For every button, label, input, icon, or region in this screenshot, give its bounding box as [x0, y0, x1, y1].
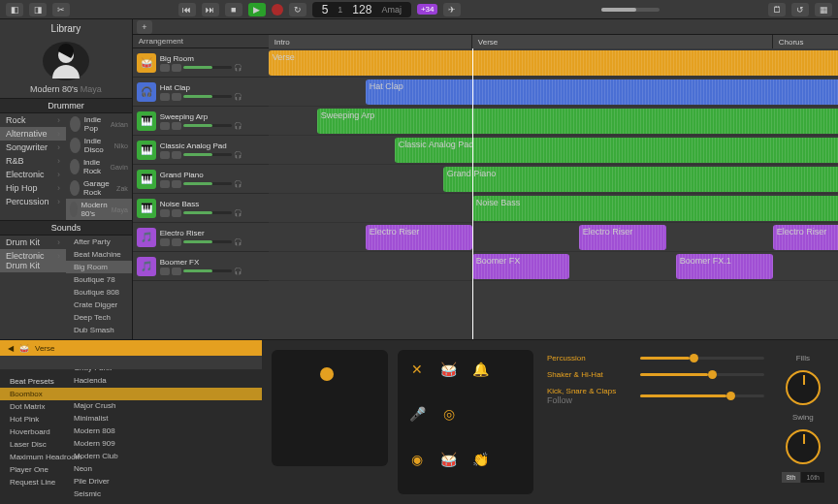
kit-cowbell-icon[interactable]: 🔔	[468, 358, 492, 381]
forward-icon[interactable]: ⏭	[202, 3, 219, 16]
sound-item[interactable]: Beat Machine	[66, 248, 132, 261]
track-header[interactable]: 🎵Electro Riser🎧	[133, 223, 269, 252]
track-header[interactable]: 🎹Classic Analog Pad🎧	[133, 136, 269, 165]
mute-button[interactable]	[160, 209, 170, 217]
genre-item[interactable]: R&B›	[0, 154, 66, 168]
tuner-icon[interactable]: ✈	[443, 3, 461, 16]
sound-item[interactable]: Deep Tech	[66, 311, 132, 324]
drummer-item[interactable]: Modern 80'sMaya	[66, 199, 132, 220]
region-clip[interactable]: Boomer FX.1	[676, 254, 773, 279]
track-header[interactable]: 🎹Grand Piano🎧	[133, 165, 269, 194]
kit-stick-icon[interactable]: ✕	[405, 358, 429, 381]
mute-button[interactable]	[160, 180, 170, 188]
play-icon[interactable]: ▶	[248, 3, 266, 16]
solo-button[interactable]	[172, 93, 181, 101]
solo-button[interactable]	[172, 64, 181, 72]
notepad-icon[interactable]: 🗒	[768, 3, 786, 16]
mixer-slider[interactable]	[640, 357, 764, 360]
headphone-icon[interactable]: 🎧	[234, 93, 242, 101]
track-header[interactable]: 🎧Hat Clap🎧	[133, 78, 269, 107]
sound-item[interactable]: Dub Smash	[66, 324, 132, 336]
count-in-badge[interactable]: +34	[417, 4, 438, 15]
headphone-icon[interactable]: 🎧	[234, 180, 242, 188]
library-toggle-icon[interactable]: ◧	[6, 3, 23, 16]
arrangement-marker[interactable]: Chorus	[773, 35, 838, 48]
stop-icon[interactable]: ■	[225, 3, 242, 16]
track-lane[interactable]: Verse	[269, 48, 838, 78]
track-volume-slider[interactable]	[183, 211, 232, 214]
loops-icon[interactable]: ↺	[791, 3, 809, 16]
region-clip[interactable]: Boomer FX	[472, 254, 569, 279]
solo-button[interactable]	[172, 209, 181, 217]
region-clip[interactable]: Verse	[269, 50, 838, 76]
headphone-icon[interactable]: 🎧	[234, 268, 242, 275]
track-volume-slider[interactable]	[183, 269, 232, 272]
arrangement-marker[interactable]: Intro	[269, 35, 472, 48]
mute-button[interactable]	[160, 238, 170, 246]
track-header[interactable]: 🎵Boomer FX🎧	[133, 252, 269, 281]
track-volume-slider[interactable]	[183, 95, 232, 98]
xy-pad[interactable]	[272, 350, 388, 466]
beat-preset-item[interactable]: Hoverboard	[0, 425, 262, 438]
mixer-slider[interactable]	[640, 373, 764, 376]
kit-tom-icon[interactable]: 🥁	[437, 358, 461, 381]
beat-preset-item[interactable]: Maximum Headroom	[0, 451, 262, 463]
genre-item[interactable]: Songwriter›	[0, 141, 66, 154]
track-volume-slider[interactable]	[183, 153, 232, 156]
region-clip[interactable]: Electro Riser	[366, 225, 472, 250]
region-clip[interactable]: Hat Clap	[366, 79, 838, 105]
region-clip[interactable]: Electro Riser	[579, 225, 666, 250]
track-lane[interactable]: Electro RiserElectro RiserElectro Riser	[269, 223, 838, 252]
genre-item[interactable]: Alternative›	[0, 127, 66, 141]
beat-preset-item[interactable]: Hot Pink	[0, 413, 262, 425]
track-header[interactable]: 🥁Big Room🎧	[133, 48, 269, 78]
kit-tamb-icon[interactable]: ◎	[437, 402, 461, 425]
swing-knob[interactable]	[786, 429, 821, 464]
rewind-icon[interactable]: ⏮	[178, 3, 196, 16]
genre-item[interactable]: Rock›	[0, 113, 66, 127]
kit-shaker-icon[interactable]: 🎤	[405, 402, 429, 425]
track-lane[interactable]: Boomer FXBoomer FX.1Boomer FX	[269, 252, 838, 281]
smart-controls-icon[interactable]: ◨	[29, 3, 47, 16]
genre-item[interactable]: Hip Hop›	[0, 181, 66, 195]
editor-toggle-icon[interactable]: ✂	[52, 3, 70, 16]
sound-item[interactable]: Big Room	[66, 261, 132, 273]
playhead[interactable]	[472, 48, 473, 339]
kit-snare-icon[interactable]: 🥁	[437, 448, 461, 471]
headphone-icon[interactable]: 🎧	[234, 238, 242, 246]
solo-button[interactable]	[172, 122, 181, 130]
headphone-icon[interactable]: 🎧	[234, 64, 242, 72]
region-clip[interactable]: Electro Riser	[773, 225, 838, 250]
kit-category-item[interactable]: Electronic Drum Kit›	[0, 249, 66, 272]
solo-button[interactable]	[172, 238, 181, 246]
track-header[interactable]: 🎹Noise Bass🎧	[133, 194, 269, 223]
arrangement-marker[interactable]: Verse	[472, 35, 773, 48]
drummer-item[interactable]: Indie DiscoNiko	[66, 135, 132, 156]
cycle-icon[interactable]: ↻	[289, 3, 306, 16]
track-volume-slider[interactable]	[183, 124, 232, 127]
lcd-display[interactable]: 5 1 128 Amaj	[312, 2, 411, 17]
record-icon[interactable]	[272, 4, 283, 16]
headphone-icon[interactable]: 🎧	[234, 209, 242, 217]
region-clip[interactable]: Noise Bass	[472, 196, 838, 221]
track-lane[interactable]: Grand Piano	[269, 165, 838, 194]
track-volume-slider[interactable]	[183, 182, 232, 185]
sound-item[interactable]: Crate Digger	[66, 299, 132, 311]
drummer-item[interactable]: Indie RockGavin	[66, 156, 132, 177]
track-volume-slider[interactable]	[183, 240, 232, 243]
mute-button[interactable]	[160, 64, 170, 72]
track-volume-slider[interactable]	[183, 66, 232, 69]
master-volume-slider[interactable]	[601, 8, 660, 12]
swing-mode-button[interactable]: 8th	[782, 472, 801, 483]
xy-dot[interactable]	[320, 367, 334, 381]
solo-button[interactable]	[172, 151, 181, 159]
genre-item[interactable]: Electronic›	[0, 168, 66, 181]
sound-item[interactable]: Boutique 808	[66, 286, 132, 299]
track-lane[interactable]: Hat Clap	[269, 78, 838, 107]
beat-preset-item[interactable]: Request Line	[0, 476, 262, 488]
beat-preset-item[interactable]: Laser Disc	[0, 438, 262, 451]
solo-button[interactable]	[172, 268, 181, 275]
track-lane[interactable]: Noise Bass	[269, 194, 838, 223]
mute-button[interactable]	[160, 122, 170, 130]
headphone-icon[interactable]: 🎧	[234, 151, 242, 159]
